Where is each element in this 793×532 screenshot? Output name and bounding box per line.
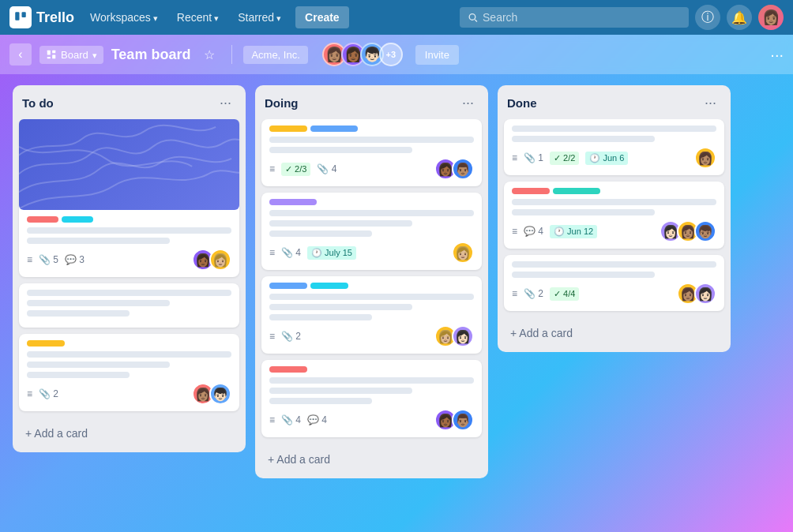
card-doing-2[interactable]: ≡ 📎 4 🕐 July 15 👩🏼 [261, 193, 482, 270]
card-text [27, 290, 231, 317]
card-footer: ≡ 📎 5 💬 3 👩🏾 👩🏼 [27, 249, 231, 271]
column-todo-title: To do [22, 96, 54, 110]
trello-logo[interactable]: Trello [9, 6, 74, 28]
card-doing-4[interactable]: ≡ 📎 4 💬 4 👩🏾 👨🏽 [261, 360, 482, 437]
card-done-1[interactable]: ≡ 📎 1 ✓ 2/2 🕐 Jun 6 👩🏽 [504, 119, 724, 175]
card-labels [27, 216, 231, 223]
board-type-label: Board [61, 49, 88, 61]
card-avatars: 👩🏾 👨🏽 [434, 409, 474, 431]
meta-attachments: 📎 4 [317, 163, 336, 174]
column-done-menu[interactable]: ··· [700, 93, 721, 113]
column-doing: Doing ··· ≡ ✓ 2/3 📎 4 [255, 85, 488, 478]
starred-menu[interactable]: Starred [231, 7, 288, 28]
recent-menu[interactable]: Recent [171, 7, 225, 28]
card-text [269, 137, 474, 153]
member-count[interactable]: +3 [379, 43, 403, 66]
column-done-header: Done ··· [498, 85, 731, 119]
board-more-button[interactable]: ··· [770, 46, 784, 64]
card-meta: ≡ 📎 2 [27, 388, 58, 399]
column-doing-menu[interactable]: ··· [457, 93, 479, 113]
star-button[interactable]: ☆ [198, 43, 220, 66]
card-meta: ≡ ✓ 2/3 📎 4 [269, 163, 336, 176]
search-input[interactable] [483, 11, 681, 24]
workspaces-menu[interactable]: Workspaces [84, 7, 164, 28]
card-footer: ≡ ✓ 2/3 📎 4 👩🏾 👨🏽 [269, 158, 474, 180]
card-footer: ≡ 📎 2 ✓ 4/4 👩🏽 👩🏻 [512, 283, 716, 305]
card-avatar: 👦🏻 [209, 383, 231, 405]
meta-list: ≡ [512, 226, 517, 237]
card-line [27, 290, 231, 296]
card-avatars: 👩🏾 👩🏼 [192, 249, 231, 271]
card-line [269, 304, 412, 310]
card-cover [19, 119, 239, 210]
label-cyan [310, 283, 348, 289]
chevron-down-icon [153, 11, 158, 24]
card-meta: ≡ 💬 4 🕐 Jun 12 [512, 225, 597, 238]
meta-attachments: 📎 2 [281, 331, 301, 342]
create-button[interactable]: Create [295, 6, 349, 28]
user-avatar[interactable]: 👩🏽 [758, 5, 784, 30]
card-doing-1[interactable]: ≡ ✓ 2/3 📎 4 👩🏾 👨🏽 [261, 119, 482, 186]
top-nav: Trello Workspaces Recent Starred Create … [0, 0, 793, 35]
column-todo-menu[interactable]: ··· [215, 93, 236, 113]
badge-due-date: 🕐 Jun 12 [550, 225, 597, 238]
trello-logo-icon [9, 6, 32, 28]
info-button[interactable]: ⓘ [695, 5, 720, 30]
card-avatar: 👩🏻 [694, 283, 716, 305]
card-labels [269, 366, 474, 373]
column-done-title: Done [507, 96, 537, 110]
card-text [269, 294, 474, 320]
add-card-todo[interactable]: + Add a card [16, 421, 242, 446]
label-yellow [27, 340, 65, 347]
card-footer: ≡ 📎 4 💬 4 👩🏾 👨🏽 [269, 409, 474, 431]
card-todo-2[interactable] [19, 283, 239, 328]
meta-attachments: 📎 1 [524, 152, 543, 163]
card-todo-3[interactable]: ≡ 📎 2 👩🏽 👦🏻 [19, 334, 239, 411]
card-done-2[interactable]: ≡ 💬 4 🕐 Jun 12 👩🏻 👩🏽 👦🏽 [504, 182, 724, 249]
board-type-selector[interactable]: Board [39, 46, 103, 64]
card-line [27, 351, 231, 358]
card-line [269, 398, 372, 404]
card-avatars: 👩🏽 [694, 147, 716, 169]
card-meta: ≡ 📎 2 [269, 331, 301, 342]
card-line [512, 136, 655, 142]
card-line [269, 210, 474, 216]
card-todo-1[interactable]: ≡ 📎 5 💬 3 👩🏾 👩🏼 [19, 119, 239, 277]
card-avatar: 👩🏼 [452, 242, 474, 264]
card-avatars: 👩🏻 👩🏽 👦🏽 [660, 220, 716, 242]
search-bar[interactable] [460, 7, 689, 28]
badge-due-date: 🕐 Jun 6 [585, 152, 628, 165]
card-line [27, 238, 170, 244]
add-card-done[interactable]: + Add a card [501, 320, 727, 346]
board-title: Team board [111, 47, 191, 63]
invite-button[interactable]: Invite [415, 45, 459, 65]
card-line [27, 300, 170, 306]
notifications-button[interactable]: 🔔 [727, 5, 752, 30]
svg-line-3 [475, 20, 477, 22]
column-todo: To do ··· [13, 85, 246, 452]
meta-comments: 💬 3 [65, 254, 85, 265]
card-done-3[interactable]: ≡ 📎 2 ✓ 4/4 👩🏽 👩🏻 [504, 255, 724, 311]
back-button[interactable]: ‹ [9, 43, 32, 66]
svg-rect-7 [52, 55, 55, 59]
card-text [512, 261, 716, 278]
meta-comments: 💬 4 [307, 414, 327, 425]
column-doing-header: Doing ··· [255, 85, 488, 119]
card-line [269, 147, 412, 153]
card-line [269, 314, 372, 320]
card-avatar: 👨🏽 [452, 409, 474, 431]
card-doing-3[interactable]: ≡ 📎 2 👩🏼 👩🏻 [261, 276, 482, 354]
add-card-doing[interactable]: + Add a card [258, 447, 485, 472]
card-footer: ≡ 📎 2 👩🏼 👩🏻 [269, 325, 474, 347]
workspace-badge[interactable]: Acme, Inc. [243, 46, 307, 64]
card-footer: ≡ 📎 4 🕐 July 15 👩🏼 [269, 242, 474, 264]
card-avatar: 👩🏽 [694, 147, 716, 169]
card-line [269, 377, 474, 384]
meta-attachments: 📎 2 [39, 388, 58, 399]
card-labels [269, 199, 474, 205]
label-purple [269, 199, 317, 205]
meta-list: ≡ [269, 247, 275, 258]
card-line [27, 362, 170, 368]
card-line [27, 372, 130, 378]
meta-list: ≡ [269, 163, 275, 174]
